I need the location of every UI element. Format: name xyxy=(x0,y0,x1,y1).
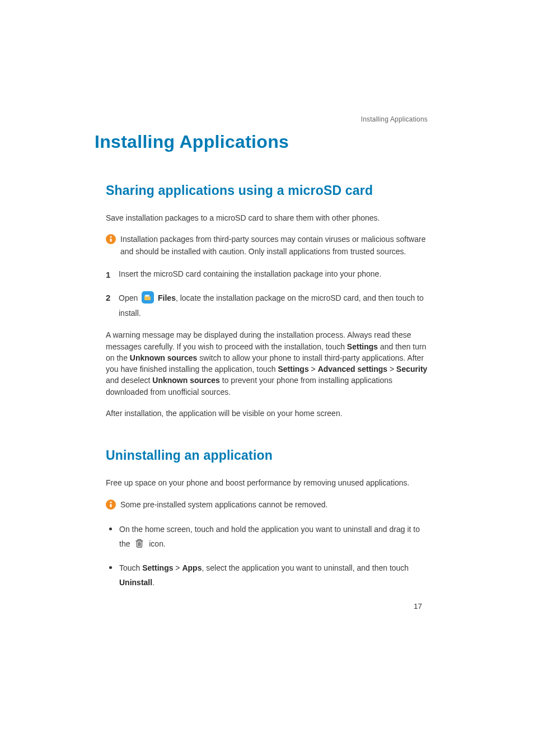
svg-rect-2 xyxy=(110,239,112,242)
page-number: 17 xyxy=(414,602,422,610)
bullet-1: On the home screen, touch and hold the a… xyxy=(106,522,429,554)
svg-point-6 xyxy=(110,501,111,503)
step-number: 2 xyxy=(106,291,113,304)
files-label: Files xyxy=(158,293,176,302)
bold-uninstall: Uninstall xyxy=(119,578,152,587)
bullet-2-pre: Touch xyxy=(119,563,142,572)
bullet-1-post: icon. xyxy=(149,539,166,548)
page-title: Installing Applications xyxy=(95,132,429,152)
intro-text-2: Free up space on your phone and boost pe… xyxy=(106,477,429,488)
step-1-text: Insert the microSD card containing the i… xyxy=(119,268,429,281)
bold-settings: Settings xyxy=(347,342,378,351)
warning-paragraph: A warning message may be displayed durin… xyxy=(106,329,429,398)
steps-list: 1 Insert the microSD card containing the… xyxy=(106,268,429,320)
bold-advanced-settings: Advanced settings xyxy=(318,365,387,374)
step-1: 1 Insert the microSD card containing the… xyxy=(106,268,429,281)
bold-unknown-sources: Unknown sources xyxy=(152,376,220,385)
bold-unknown-sources: Unknown sources xyxy=(130,353,198,362)
bold-security: Security xyxy=(396,365,427,374)
section-heading-sharing: Sharing applications using a microSD car… xyxy=(106,183,429,198)
breadcrumb-sep: > xyxy=(173,563,182,572)
info-icon xyxy=(106,234,116,246)
step-2-text: Open Files, locate the installation pack… xyxy=(119,291,429,319)
step-2-pre: Open xyxy=(119,293,140,302)
bold-settings: Settings xyxy=(142,563,173,572)
info-callout: Installation packages from third-party s… xyxy=(106,234,429,258)
intro-text: Save installation packages to a microSD … xyxy=(106,212,429,223)
page-content: Installing Applications Sharing applicat… xyxy=(106,112,429,597)
trash-icon xyxy=(134,538,145,554)
bold-apps: Apps xyxy=(182,563,202,572)
warn-text: and deselect xyxy=(106,376,152,385)
svg-rect-7 xyxy=(110,504,112,507)
after-install-text: After installation, the application will… xyxy=(106,408,429,419)
bullet-2: Touch Settings > Apps, select the applic… xyxy=(106,561,429,590)
info-text: Installation packages from third-party s… xyxy=(120,234,429,258)
svg-point-1 xyxy=(110,236,111,238)
bold-settings: Settings xyxy=(278,365,308,374)
bullet-2-end: . xyxy=(152,578,154,587)
info-callout-2: Some pre-installed system applications c… xyxy=(106,499,429,512)
info-text-2: Some pre-installed system applications c… xyxy=(120,499,327,511)
breadcrumb-sep: > xyxy=(387,365,396,374)
breadcrumb-sep: > xyxy=(309,365,318,374)
section-heading-uninstalling: Uninstalling an application xyxy=(106,448,429,463)
svg-rect-4 xyxy=(145,295,149,296)
info-icon xyxy=(106,500,116,512)
bullet-list: On the home screen, touch and hold the a… xyxy=(106,522,429,590)
bullet-2-mid: , select the application you want to uni… xyxy=(202,563,409,572)
step-number: 1 xyxy=(106,268,113,281)
step-2: 2 Open Files, locate the installation pa… xyxy=(106,291,429,319)
files-app-icon xyxy=(142,291,154,307)
